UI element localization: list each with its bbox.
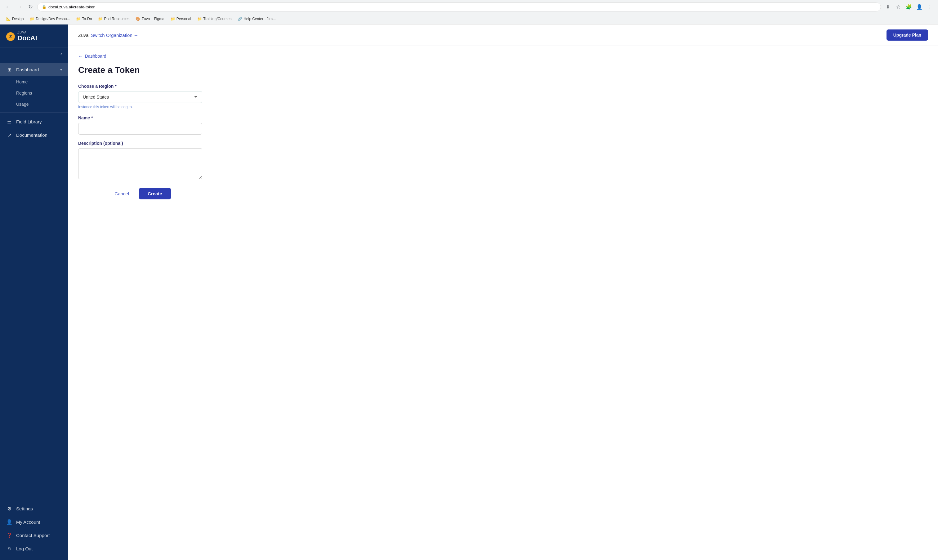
bookmark-label-pod-resources: Pod Resources bbox=[104, 17, 129, 21]
region-form-group: Choose a Region * United States Europe C… bbox=[78, 84, 928, 109]
sidebar-item-log-out[interactable]: ⎋ Log Out bbox=[0, 542, 68, 555]
collapse-button[interactable]: ‹ bbox=[58, 50, 65, 58]
sidebar-item-home[interactable]: Home bbox=[0, 76, 68, 88]
form-actions: Cancel Create bbox=[78, 188, 202, 199]
dashboard-icon: ⊞ bbox=[6, 67, 12, 72]
cancel-button[interactable]: Cancel bbox=[109, 188, 134, 199]
bookmark-to-do[interactable]: 📁To-Do bbox=[74, 16, 94, 22]
documentation-icon: ↗ bbox=[6, 132, 12, 138]
menu-icon[interactable]: ⋮ bbox=[926, 3, 934, 11]
sidebar: Z ZUVA DocAI ‹ ⊞ Dashboard ▾ Home Region… bbox=[0, 25, 68, 560]
sidebar-item-field-library[interactable]: ☰ Field Library bbox=[0, 115, 68, 128]
url-text: docai.zuva.ai/create-token bbox=[48, 5, 95, 9]
region-hint: Instance this token will belong to. bbox=[78, 105, 928, 109]
bookmark-label-zuva-figma: Zuva – Figma bbox=[142, 17, 164, 21]
sidebar-item-usage[interactable]: Usage bbox=[0, 98, 68, 110]
bookmark-icon-personal: 📁 bbox=[171, 17, 175, 21]
forward-button[interactable]: → bbox=[15, 3, 23, 11]
sidebar-item-dashboard[interactable]: ⊞ Dashboard ▾ bbox=[0, 63, 68, 76]
page-content: ← Dashboard Create a Token Choose a Regi… bbox=[68, 46, 938, 560]
download-icon[interactable]: ⬇ bbox=[883, 3, 892, 11]
bookmark-label-design-dev-resou: Design/Dev Resou... bbox=[36, 17, 70, 21]
sidebar-item-regions[interactable]: Regions bbox=[0, 88, 68, 98]
page-title: Create a Token bbox=[78, 65, 928, 75]
sidebar-label-home: Home bbox=[16, 79, 28, 85]
field-library-icon: ☰ bbox=[6, 119, 12, 125]
account-icon: 👤 bbox=[6, 519, 12, 525]
org-name: Zuva bbox=[78, 32, 88, 38]
profile-icon[interactable]: 👤 bbox=[915, 3, 924, 11]
logout-icon: ⎋ bbox=[6, 546, 12, 551]
back-button[interactable]: ← bbox=[4, 3, 12, 11]
name-form-group: Name * bbox=[78, 115, 928, 135]
region-label: Choose a Region * bbox=[78, 84, 928, 89]
sidebar-label-log-out: Log Out bbox=[16, 546, 62, 551]
bookmark-pod-resources[interactable]: 📁Pod Resources bbox=[95, 16, 132, 22]
sidebar-label-dashboard: Dashboard bbox=[16, 67, 57, 72]
bookmark-label-to-do: To-Do bbox=[82, 17, 92, 21]
upgrade-plan-button[interactable]: Upgrade Plan bbox=[887, 29, 928, 41]
bookmark-icon-to-do: 📁 bbox=[76, 17, 81, 21]
bookmark-label-help-center-jira: Help Center - Jira... bbox=[243, 17, 276, 21]
support-icon: ❓ bbox=[6, 532, 12, 538]
sidebar-item-contact-support[interactable]: ❓ Contact Support bbox=[0, 529, 68, 542]
sidebar-label-my-account: My Account bbox=[16, 519, 62, 525]
sidebar-label-field-library: Field Library bbox=[16, 119, 62, 125]
header-left: Zuva Switch Organization → bbox=[78, 32, 139, 38]
switch-org-link[interactable]: Switch Organization → bbox=[91, 32, 138, 38]
bookmark-icon-pod-resources: 📁 bbox=[98, 17, 103, 21]
sidebar-divider-2 bbox=[0, 497, 68, 497]
bookmark-icon-training-courses: 📁 bbox=[197, 17, 202, 21]
sidebar-bottom: ⚙ Settings 👤 My Account ❓ Contact Suppor… bbox=[0, 500, 68, 560]
sidebar-divider-1 bbox=[0, 112, 68, 112]
sidebar-label-regions: Regions bbox=[16, 91, 32, 95]
bookmark-training-courses[interactable]: 📁Training/Courses bbox=[195, 16, 234, 22]
create-button[interactable]: Create bbox=[139, 188, 171, 199]
sidebar-item-settings[interactable]: ⚙ Settings bbox=[0, 502, 68, 515]
required-star-name: * bbox=[91, 115, 93, 120]
bookmark-help-center-jira[interactable]: 🔗Help Center - Jira... bbox=[235, 16, 278, 22]
bookmark-label-personal: Personal bbox=[177, 17, 191, 21]
bookmark-design[interactable]: 📐Design bbox=[4, 16, 26, 22]
address-bar[interactable]: 🔒 docai.zuva.ai/create-token bbox=[37, 3, 881, 11]
bookmark-icon-zuva-figma: 🎨 bbox=[136, 17, 140, 21]
browser-actions: ⬇ ☆ 🧩 👤 ⋮ bbox=[883, 3, 934, 11]
region-select[interactable]: United States Europe Canada bbox=[78, 91, 202, 103]
bookmark-icon-design: 📐 bbox=[6, 17, 11, 21]
switch-org-label: Switch Organization bbox=[91, 32, 132, 38]
bookmark-label-design: Design bbox=[12, 17, 23, 21]
reload-button[interactable]: ↻ bbox=[26, 3, 35, 11]
bookmark-label-training-courses: Training/Courses bbox=[203, 17, 231, 21]
bookmark-zuva-figma[interactable]: 🎨Zuva – Figma bbox=[133, 16, 166, 22]
bookmark-icon-design-dev-resou: 📁 bbox=[30, 17, 34, 21]
description-label: Description (optional) bbox=[78, 141, 928, 146]
sidebar-label-contact-support: Contact Support bbox=[16, 533, 62, 538]
name-label: Name * bbox=[78, 115, 928, 120]
bookmark-icon[interactable]: ☆ bbox=[894, 3, 903, 11]
product-name: DocAI bbox=[17, 34, 37, 42]
required-star-region: * bbox=[115, 84, 116, 89]
bookmark-design-dev-resou[interactable]: 📁Design/Dev Resou... bbox=[27, 16, 72, 22]
extension-icon[interactable]: 🧩 bbox=[904, 3, 913, 11]
settings-icon: ⚙ bbox=[6, 506, 12, 512]
brand-name: ZUVA bbox=[17, 31, 37, 34]
description-input[interactable] bbox=[78, 148, 202, 179]
sidebar-collapse-area: ‹ bbox=[0, 48, 68, 60]
sidebar-logo: Z ZUVA DocAI bbox=[0, 25, 68, 48]
sidebar-item-documentation[interactable]: ↗ Documentation bbox=[0, 128, 68, 142]
back-link[interactable]: ← Dashboard bbox=[78, 53, 928, 59]
bookmark-personal[interactable]: 📁Personal bbox=[168, 16, 194, 22]
sidebar-item-my-account[interactable]: 👤 My Account bbox=[0, 515, 68, 529]
sidebar-label-documentation: Documentation bbox=[16, 132, 62, 138]
logo-icon: Z bbox=[6, 32, 15, 41]
app-container: Z ZUVA DocAI ‹ ⊞ Dashboard ▾ Home Region… bbox=[0, 25, 938, 560]
browser-chrome: ← → ↻ 🔒 docai.zuva.ai/create-token ⬇ ☆ 🧩… bbox=[0, 0, 938, 25]
chevron-down-icon: ▾ bbox=[60, 68, 62, 72]
lock-icon: 🔒 bbox=[42, 5, 46, 9]
sidebar-label-settings: Settings bbox=[16, 506, 62, 511]
main-content: Zuva Switch Organization → Upgrade Plan … bbox=[68, 25, 938, 560]
top-header: Zuva Switch Organization → Upgrade Plan bbox=[68, 25, 938, 46]
bookmarks-bar: 📐Design📁Design/Dev Resou...📁To-Do📁Pod Re… bbox=[0, 14, 938, 24]
name-input[interactable] bbox=[78, 123, 202, 135]
browser-toolbar: ← → ↻ 🔒 docai.zuva.ai/create-token ⬇ ☆ 🧩… bbox=[0, 0, 938, 14]
